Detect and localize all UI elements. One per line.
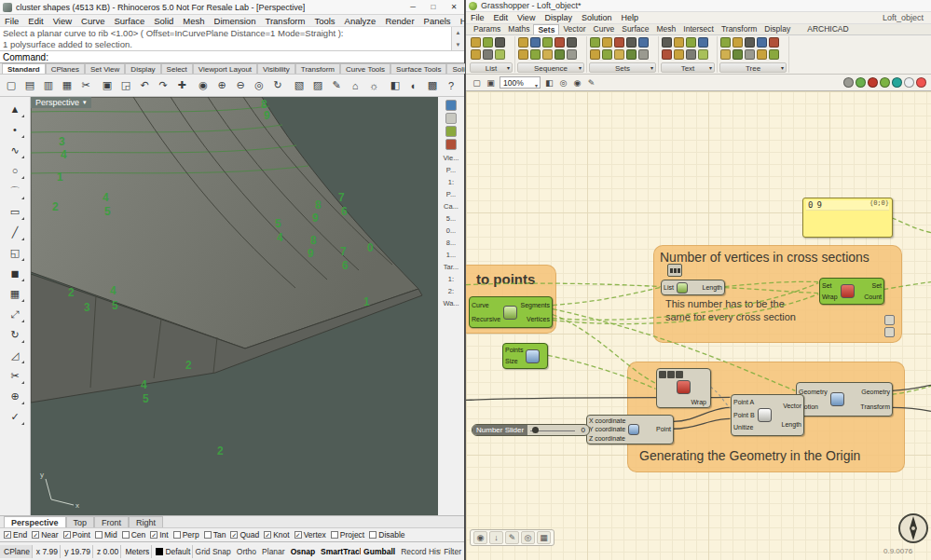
polyline-tool-icon[interactable]: ╱ bbox=[4, 222, 26, 242]
category-tab[interactable]: Params bbox=[470, 24, 504, 34]
preview-off-icon[interactable] bbox=[868, 77, 878, 88]
menu-item[interactable]: Solid bbox=[149, 16, 178, 26]
solver-stop-icon[interactable] bbox=[916, 77, 926, 88]
category-tab[interactable]: Transform bbox=[718, 24, 760, 34]
component-icon[interactable] bbox=[757, 37, 767, 48]
category-tab[interactable]: Mesh bbox=[653, 24, 680, 34]
eye-icon[interactable]: ◉ bbox=[570, 76, 584, 89]
input-port[interactable]: Geometry bbox=[799, 389, 828, 395]
component-icon[interactable] bbox=[483, 37, 493, 48]
file-icon[interactable]: ▢ bbox=[470, 76, 484, 89]
component-icon[interactable] bbox=[638, 37, 649, 48]
status-toggle[interactable]: SmartTrack bbox=[318, 545, 361, 558]
input-port[interactable]: Z coordinate bbox=[589, 435, 625, 442]
camera-icon[interactable] bbox=[843, 77, 854, 88]
panel-tab[interactable]: Vie... bbox=[444, 152, 459, 164]
component-icon[interactable] bbox=[626, 37, 637, 48]
component-icon[interactable] bbox=[530, 37, 541, 48]
rhino-titlebar[interactable]: cluster shapes (4513 KB) - Rhinoceros 5.… bbox=[0, 0, 464, 15]
toolbar-tab[interactable]: Select bbox=[161, 63, 193, 74]
component-explode[interactable]: CurveRecursive SegmentsVertices bbox=[469, 296, 553, 328]
component-icon[interactable] bbox=[745, 49, 755, 60]
category-tab[interactable]: Vector bbox=[559, 24, 589, 34]
menu-item[interactable]: Edit bbox=[23, 16, 48, 26]
status-toggle[interactable]: Planar bbox=[259, 545, 288, 558]
panel-tab[interactable]: 5... bbox=[446, 212, 456, 225]
grasshopper-canvas[interactable]: to points Number of vertices in cross se… bbox=[466, 91, 931, 560]
active-layer[interactable]: Default bbox=[152, 545, 192, 558]
home-icon[interactable]: ⌂ bbox=[346, 76, 364, 95]
component-icon[interactable] bbox=[554, 49, 565, 60]
component-list-length[interactable]: List Length bbox=[661, 280, 725, 295]
component-icon[interactable] bbox=[483, 49, 493, 60]
panel-tab[interactable]: 1: bbox=[448, 176, 454, 188]
component-icon[interactable] bbox=[698, 49, 708, 60]
panel-tab[interactable]: Ca... bbox=[444, 200, 459, 212]
viewport-tab[interactable]: Right bbox=[129, 516, 163, 527]
panel-icon[interactable] bbox=[445, 126, 457, 137]
save-icon[interactable]: ▥ bbox=[39, 76, 58, 95]
component-icon[interactable] bbox=[698, 37, 708, 48]
grasshopper-titlebar[interactable]: Grasshopper - Loft_object* bbox=[466, 0, 931, 12]
zoom-dynamic-icon[interactable]: ◉ bbox=[194, 76, 212, 95]
relay-icon[interactable] bbox=[884, 315, 895, 325]
component-icon[interactable] bbox=[542, 49, 553, 60]
component-icon[interactable] bbox=[542, 37, 553, 48]
category-tab[interactable]: Curve bbox=[590, 24, 619, 34]
toolbar-tab[interactable]: Transform bbox=[295, 63, 340, 74]
input-port[interactable]: Set bbox=[822, 282, 832, 289]
panel-tab[interactable]: Tar... bbox=[444, 261, 459, 273]
close-button[interactable]: ✕ bbox=[444, 0, 464, 14]
osnap-checkbox[interactable]: End bbox=[4, 530, 27, 540]
properties-icon[interactable]: ▨ bbox=[308, 76, 327, 95]
menu-item[interactable]: View bbox=[513, 13, 540, 22]
menu-item[interactable]: Dimension bbox=[210, 16, 261, 26]
preview-shaded-icon[interactable] bbox=[880, 77, 890, 88]
viewport-title-menu[interactable]: Perspective ▾ bbox=[31, 97, 91, 108]
category-tab[interactable]: Maths bbox=[504, 24, 533, 34]
component-icon[interactable] bbox=[638, 49, 649, 60]
rectangle-tool-icon[interactable]: ▭ bbox=[4, 201, 26, 222]
toolbar-tab[interactable]: CPlanes bbox=[46, 63, 85, 74]
category-tab[interactable]: Display bbox=[760, 24, 794, 34]
component-icon[interactable] bbox=[686, 37, 696, 48]
panel-tab[interactable]: 0... bbox=[446, 225, 456, 237]
data-panel[interactable]: {0;0} 0 9 bbox=[802, 198, 893, 238]
preview-on-icon[interactable] bbox=[856, 77, 866, 88]
component-icon[interactable] bbox=[769, 49, 779, 60]
menu-item[interactable]: Tools bbox=[309, 16, 339, 26]
category-tab[interactable]: Surface bbox=[618, 24, 652, 34]
input-port[interactable]: Size bbox=[505, 358, 518, 364]
output-port[interactable]: Length bbox=[703, 284, 722, 291]
open-file-icon[interactable]: ▤ bbox=[21, 76, 39, 95]
component-icon[interactable] bbox=[769, 37, 779, 48]
menu-item[interactable]: Render bbox=[380, 16, 418, 26]
component-construct-point[interactable]: X coordinateY coordinateZ coordinate Poi… bbox=[586, 415, 674, 444]
panel-tab[interactable]: 1: bbox=[448, 273, 454, 285]
circle-tool-icon[interactable]: ○ bbox=[4, 160, 26, 181]
component-icon[interactable] bbox=[662, 37, 672, 48]
toolbar-tab[interactable]: Visibility bbox=[257, 63, 295, 74]
component-icon[interactable] bbox=[614, 37, 624, 48]
component-icon[interactable] bbox=[518, 49, 528, 60]
output-port[interactable]: Segments bbox=[520, 302, 550, 308]
menu-item[interactable]: Help bbox=[616, 13, 643, 22]
shaded-view-icon[interactable]: ◧ bbox=[386, 76, 404, 95]
print-icon[interactable]: ▦ bbox=[58, 76, 76, 95]
input-port[interactable]: List bbox=[664, 284, 674, 291]
component-icon[interactable] bbox=[471, 37, 481, 48]
input-port[interactable]: X coordinate bbox=[589, 417, 625, 424]
component-icon[interactable] bbox=[518, 37, 528, 48]
input-port[interactable]: Wrap bbox=[822, 294, 838, 300]
output-port[interactable]: Vertices bbox=[527, 316, 550, 322]
menu-item[interactable]: File bbox=[466, 13, 489, 22]
canvas-compass[interactable] bbox=[897, 512, 930, 545]
component-icon[interactable] bbox=[720, 49, 731, 60]
menu-item[interactable]: View bbox=[48, 16, 76, 26]
status-toggle[interactable]: Record History bbox=[398, 545, 441, 558]
menu-item[interactable]: Panels bbox=[419, 16, 456, 26]
menu-item[interactable]: Transform bbox=[260, 16, 309, 26]
component-wrap[interactable]: Wrap bbox=[656, 368, 711, 408]
osnap-checkbox[interactable]: Knot bbox=[264, 530, 290, 540]
sketch-icon[interactable]: ✎ bbox=[584, 76, 598, 89]
